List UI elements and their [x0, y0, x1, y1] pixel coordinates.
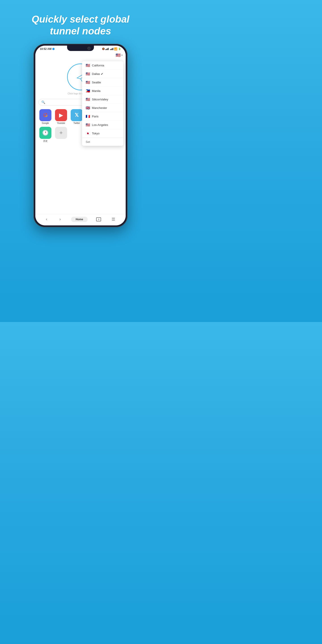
home-button[interactable]: Home [71, 217, 88, 222]
youtube-label: Youtube [57, 122, 65, 124]
status-time: 10:52 AM [40, 48, 52, 50]
front-camera [88, 47, 90, 50]
battery-icon: 🔋 [118, 48, 121, 50]
location-manila: Manila [92, 89, 100, 92]
phone-frame: 10:52 AM 🔕 [34, 44, 128, 227]
status-left: 10:52 AM [40, 48, 54, 50]
dropdown-item-manchester[interactable]: 🇬🇧 Manchester [82, 104, 124, 112]
flag-us: 🇺🇸 [86, 63, 90, 68]
notch [67, 46, 94, 51]
dropdown-item-california[interactable]: 🇺🇸 California [82, 61, 124, 70]
twitter-app-icon: 𝕏 [71, 109, 83, 121]
dropdown-item-dallas[interactable]: 🇺🇸 Dallas ✔ [82, 70, 124, 78]
flag-us-sv: 🇺🇸 [86, 97, 90, 102]
add-app-icon: + [55, 127, 67, 139]
flag-us-la: 🇺🇸 [86, 123, 90, 127]
flag-us-dallas: 🇺🇸 [86, 72, 90, 76]
location-dropdown: 🇺🇸 California 🇺🇸 Dallas ✔ 🇺🇸 Seattle 🇵🇭 … [82, 61, 124, 146]
selected-flag: 🇺🇸 [116, 53, 120, 58]
location-california: California [92, 64, 104, 67]
volume-icon: 🔕 [102, 48, 105, 50]
chevron-down-icon: ▾ [122, 54, 122, 56]
flag-jp: 🇯🇵 [86, 131, 90, 136]
dropdown-item-losangeles[interactable]: 🇺🇸 Los-Angeles [82, 121, 124, 129]
dropdown-item-tokyo[interactable]: 🇯🇵 Tokyo [82, 129, 124, 138]
info-dot [52, 48, 54, 50]
signal-bars-2 [110, 48, 113, 50]
location-tokyo: Tokyo [92, 132, 100, 135]
history-app-icon: 🕐 [39, 127, 52, 139]
flag-fr: 🇫🇷 [86, 114, 90, 118]
flag-gb: 🇬🇧 [86, 106, 90, 110]
location-paris: Paris [92, 115, 98, 118]
google-label: Google [42, 122, 49, 124]
flag-selector[interactable]: 🇺🇸 ▾ [116, 53, 122, 58]
app-item-history[interactable]: 🕐 历史 [38, 127, 52, 143]
bottom-nav: ‹ › Home 3 ☰ [35, 214, 126, 226]
content-spacer [35, 144, 126, 214]
search-icon: 🔍 [41, 100, 45, 104]
phone-mockup: 10:52 AM 🔕 [34, 44, 128, 227]
set-label: Set [86, 140, 90, 144]
history-label: 历史 [43, 140, 48, 143]
tabs-button[interactable]: 3 [96, 217, 101, 222]
location-siliconvalley: SiliconValley [92, 98, 108, 101]
headline-line2: tunnel nodes [50, 26, 111, 36]
app-content: 🇺🇸 ▾ 🇺🇸 California 🇺🇸 Dallas ✔ [35, 52, 126, 226]
dropdown-item-seattle[interactable]: 🇺🇸 Seattle [82, 78, 124, 87]
status-right: 🔕 📶 🔋 [102, 48, 121, 50]
menu-button[interactable]: ☰ [110, 216, 117, 223]
dropdown-item-siliconvalley[interactable]: 🇺🇸 SiliconValley [82, 95, 124, 104]
twitter-label: Twitter [73, 122, 80, 124]
flag-us-seattle: 🇺🇸 [86, 80, 90, 84]
wifi-icon: 📶 [114, 48, 118, 50]
flag-ph: 🇵🇭 [86, 89, 90, 93]
app-item-youtube[interactable]: ▶ Youtube [54, 109, 68, 125]
app-item-twitter[interactable]: 𝕏 Twitter [70, 109, 84, 125]
headline: Quickly select global tunnel nodes [22, 0, 138, 37]
app-item-add[interactable]: + [54, 127, 68, 143]
back-button[interactable]: ‹ [44, 216, 49, 222]
dropdown-set-button[interactable]: Set [82, 138, 124, 146]
location-manchester: Manchester [92, 106, 107, 110]
dropdown-item-manila[interactable]: 🇵🇭 Manila [82, 87, 124, 95]
phone-screen: 10:52 AM 🔕 [35, 46, 126, 226]
location-dallas: Dallas ✔ [92, 72, 103, 76]
location-seattle: Seattle [92, 81, 101, 84]
forward-button[interactable]: › [58, 216, 62, 222]
dropdown-item-paris[interactable]: 🇫🇷 Paris [82, 112, 124, 121]
location-losangeles: Los-Angeles [92, 123, 108, 126]
headline-line1: Quickly select global [32, 14, 130, 24]
google-app-icon: G [39, 109, 52, 121]
app-item-google[interactable]: G Google [38, 109, 52, 125]
youtube-app-icon: ▶ [55, 109, 67, 121]
signal-bars [105, 48, 109, 50]
app-header: 🇺🇸 ▾ [35, 52, 126, 59]
